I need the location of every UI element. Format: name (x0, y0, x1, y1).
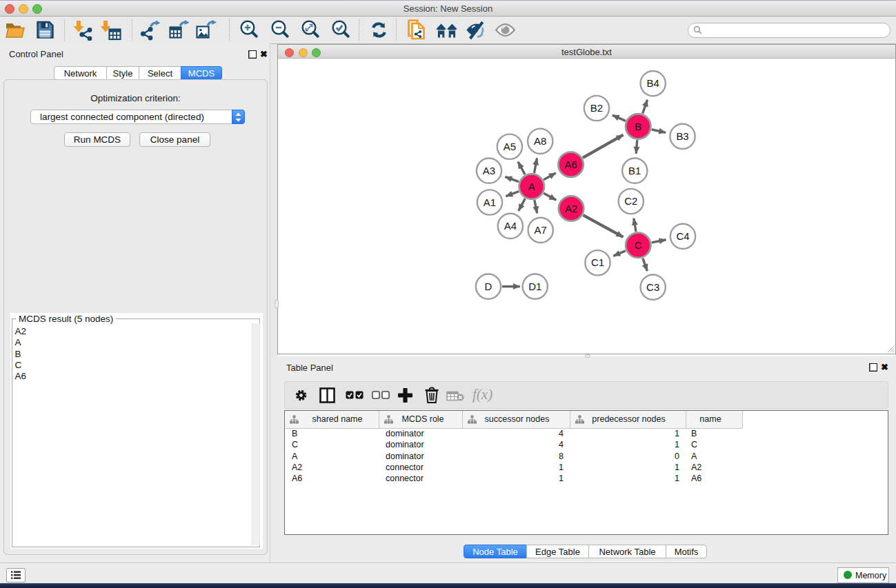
svg-text:B1: B1 (628, 165, 641, 176)
svg-text:A2: A2 (565, 203, 577, 214)
svg-text:B: B (635, 121, 641, 132)
svg-text:A3: A3 (483, 165, 495, 176)
svg-text:A6: A6 (564, 159, 577, 170)
svg-text:B2: B2 (590, 102, 603, 114)
svg-text:C1: C1 (591, 256, 604, 268)
svg-text:C3: C3 (646, 281, 659, 293)
svg-text:A4: A4 (504, 220, 517, 232)
svg-text:C2: C2 (624, 195, 637, 207)
svg-text:D: D (485, 281, 492, 292)
svg-text:B4: B4 (647, 77, 659, 89)
svg-text:A7: A7 (535, 224, 547, 236)
svg-text:A1: A1 (484, 196, 496, 208)
svg-text:A5: A5 (504, 141, 516, 152)
svg-text:A: A (528, 181, 535, 192)
svg-text:C4: C4 (676, 230, 689, 242)
svg-text:A8: A8 (534, 135, 546, 147)
svg-text:D1: D1 (528, 281, 541, 292)
svg-text:B3: B3 (676, 130, 688, 142)
svg-text:C: C (635, 239, 642, 251)
